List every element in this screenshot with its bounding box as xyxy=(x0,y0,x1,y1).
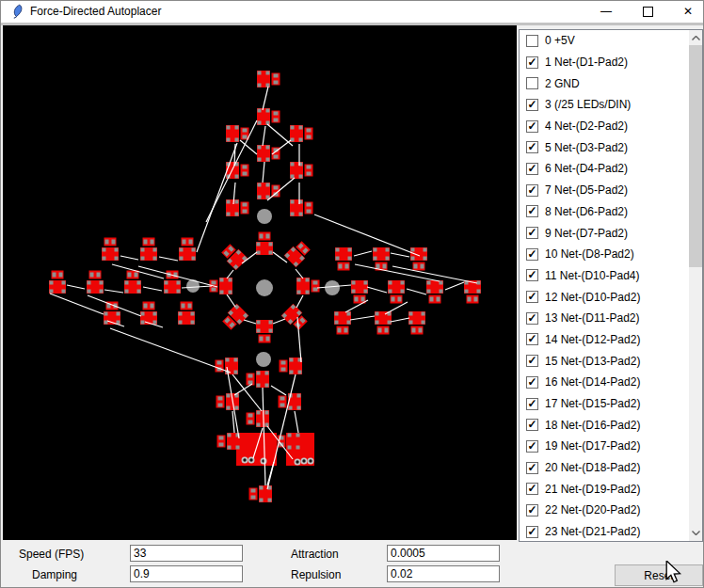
net-checkbox[interactable]: ✓ xyxy=(526,440,538,453)
net-list-item[interactable]: ✓19 Net-(D17-Pad2) xyxy=(520,436,702,457)
component[interactable] xyxy=(287,433,300,450)
component[interactable] xyxy=(225,358,238,374)
close-button[interactable]: ✕ xyxy=(674,1,702,23)
component[interactable] xyxy=(140,247,157,261)
speed-input[interactable] xyxy=(130,545,243,562)
component[interactable] xyxy=(256,242,273,255)
net-checkbox[interactable]: ✓ xyxy=(526,248,538,261)
net-list-item[interactable]: ✓10 Net-(D8-Pad2) xyxy=(520,244,702,265)
net-list-item[interactable]: ✓3 (/25 LEDs/DIN) xyxy=(520,94,702,116)
net-checkbox[interactable]: ✓ xyxy=(526,120,538,133)
component[interactable] xyxy=(49,280,66,294)
net-list-item[interactable]: ✓17 Net-(D15-Pad2) xyxy=(520,393,702,415)
net-checkbox[interactable]: ✓ xyxy=(526,269,538,281)
component[interactable] xyxy=(426,280,443,294)
damping-input[interactable] xyxy=(130,565,243,582)
net-checkbox[interactable]: ✓ xyxy=(526,312,538,325)
component[interactable] xyxy=(257,183,270,199)
net-list-item[interactable]: ✓8 Net-(D6-Pad2) xyxy=(520,201,702,223)
net-checkbox[interactable]: ✓ xyxy=(526,227,538,239)
component[interactable] xyxy=(335,247,352,261)
reset-button[interactable]: Reset xyxy=(615,564,703,586)
net-list-item[interactable]: ✓18 Net-(D16-Pad2) xyxy=(520,414,702,436)
component[interactable] xyxy=(87,280,104,294)
net-list-item[interactable]: ✓6 Net-(D4-Pad2) xyxy=(520,158,702,180)
component[interactable] xyxy=(179,247,196,261)
scrollbar-thumb[interactable] xyxy=(689,45,702,267)
net-checkbox[interactable]: ✓ xyxy=(526,184,538,197)
net-list-item[interactable]: ✓11 Net-(D10-Pad4) xyxy=(520,265,702,287)
net-list-item[interactable]: ✓23 Net-(D21-Pad2) xyxy=(520,521,702,542)
net-list-scrollbar[interactable] xyxy=(689,30,702,541)
net-checkbox[interactable]: ✓ xyxy=(526,355,538,367)
net-list-item[interactable]: 0 +5V xyxy=(520,30,702,52)
component[interactable] xyxy=(410,247,427,261)
net-list-item[interactable]: ✓15 Net-(D13-Pad2) xyxy=(520,350,702,372)
net-checkbox[interactable] xyxy=(526,35,538,47)
component[interactable] xyxy=(257,145,270,162)
net-list-item[interactable]: ✓12 Net-(D10-Pad2) xyxy=(520,286,702,308)
net-list-item[interactable]: ✓16 Net-(D14-Pad2) xyxy=(520,372,702,393)
companion-pads xyxy=(272,73,280,86)
net-checkbox[interactable]: ✓ xyxy=(526,163,538,175)
minimize-button[interactable]: — xyxy=(592,1,620,23)
repulsion-input[interactable] xyxy=(387,565,500,582)
component[interactable] xyxy=(351,280,368,294)
component[interactable] xyxy=(259,485,272,502)
component[interactable] xyxy=(296,278,310,294)
net-list-item[interactable]: 2 GND xyxy=(520,72,702,94)
component[interactable] xyxy=(257,108,270,125)
net-checkbox[interactable]: ✓ xyxy=(526,141,538,153)
net-checkbox[interactable]: ✓ xyxy=(526,419,538,431)
net-list-item[interactable]: ✓13 Net-(D11-Pad2) xyxy=(520,308,702,329)
net-list-item[interactable]: ✓20 Net-(D18-Pad2) xyxy=(520,457,702,479)
net-checkbox[interactable] xyxy=(526,77,538,89)
net-checkbox[interactable]: ✓ xyxy=(526,504,538,516)
component[interactable] xyxy=(164,280,181,294)
net-list-item[interactable]: ✓5 Net-(D3-Pad2) xyxy=(520,136,702,158)
component[interactable] xyxy=(290,199,303,216)
net-list-item[interactable]: ✓21 Net-(D19-Pad2) xyxy=(520,478,702,500)
component[interactable] xyxy=(257,71,270,87)
net-list-item[interactable]: ✓7 Net-(D5-Pad2) xyxy=(520,180,702,201)
net-checkbox[interactable]: ✓ xyxy=(526,56,538,69)
net-list-item[interactable]: ✓22 Net-(D20-Pad2) xyxy=(520,500,702,521)
net-checkbox[interactable]: ✓ xyxy=(526,291,538,303)
component[interactable] xyxy=(408,311,425,325)
net-checkbox[interactable]: ✓ xyxy=(526,205,538,217)
net-label: 23 Net-(D21-Pad2) xyxy=(545,525,640,538)
net-checkbox[interactable]: ✓ xyxy=(526,333,538,345)
component[interactable] xyxy=(290,162,303,179)
net-checkbox[interactable]: ✓ xyxy=(526,398,538,410)
scroll-down-button[interactable] xyxy=(689,525,702,541)
component[interactable] xyxy=(256,320,273,333)
component[interactable] xyxy=(226,125,239,142)
component[interactable] xyxy=(375,311,392,325)
component[interactable] xyxy=(334,311,351,325)
component[interactable] xyxy=(256,371,269,388)
component[interactable] xyxy=(256,410,269,427)
component[interactable] xyxy=(124,280,141,294)
pcb-canvas[interactable] xyxy=(3,25,517,540)
net-checkbox[interactable]: ✓ xyxy=(526,483,538,495)
net-list-item[interactable]: ✓9 Net-(D7-Pad2) xyxy=(520,222,702,244)
component[interactable] xyxy=(388,280,405,294)
component[interactable] xyxy=(373,247,390,261)
net-list-item[interactable]: ✓14 Net-(D12-Pad2) xyxy=(520,329,702,351)
component[interactable] xyxy=(226,199,239,216)
scroll-up-button[interactable] xyxy=(689,30,702,46)
component[interactable] xyxy=(102,247,119,261)
net-list-item[interactable]: ✓1 Net-(D1-Pad2) xyxy=(520,52,702,73)
maximize-button[interactable] xyxy=(633,1,662,23)
net-list-item[interactable]: ✓4 Net-(D2-Pad2) xyxy=(520,116,702,137)
attraction-input[interactable] xyxy=(387,545,500,562)
component[interactable] xyxy=(178,311,195,325)
net-label: 9 Net-(D7-Pad2) xyxy=(545,227,628,240)
net-checkbox[interactable]: ✓ xyxy=(526,376,538,389)
net-checkbox[interactable]: ✓ xyxy=(526,462,538,474)
net-checkbox[interactable]: ✓ xyxy=(526,99,538,111)
component[interactable] xyxy=(290,125,303,142)
net-checkbox[interactable]: ✓ xyxy=(526,526,538,538)
component[interactable] xyxy=(289,358,302,374)
component[interactable] xyxy=(219,278,232,294)
